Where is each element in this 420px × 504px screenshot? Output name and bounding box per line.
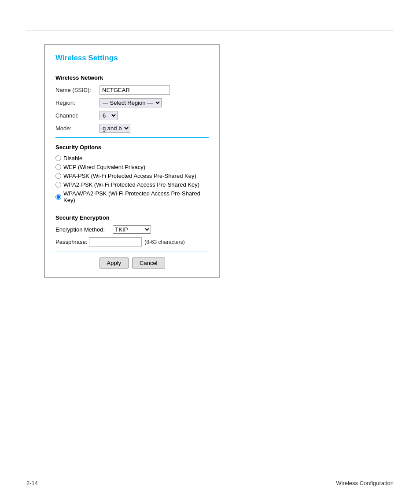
passphrase-input[interactable] [89, 237, 142, 246]
radio-disable[interactable] [55, 155, 61, 161]
apply-button[interactable]: Apply [99, 258, 129, 269]
enc-method-row: Encryption Method: TKIP AES TKIP+AES [55, 225, 209, 234]
radio-wpa-wpa2-psk-row: WPA/WPA2-PSK (Wi-Fi Protected Access Pre… [55, 190, 209, 203]
divider-3 [55, 208, 209, 208]
passphrase-row: Passphrase: (8-63 characters) [55, 237, 209, 246]
enc-method-label: Encryption Method: [55, 226, 113, 233]
region-row: Region: — Select Region — United States … [55, 98, 209, 107]
security-options-group: Disable WEP (Wired Equivalent Privacy) W… [55, 155, 209, 203]
radio-wpa-wpa2-psk[interactable] [55, 194, 61, 200]
page-label: Wireless Configuration [336, 480, 394, 486]
passphrase-label: Passphrase: [55, 239, 87, 245]
ssid-input[interactable] [99, 85, 170, 95]
channel-label: Channel: [55, 112, 99, 119]
radio-disable-label: Disable [63, 155, 82, 162]
radio-wpa-psk-row: WPA-PSK (Wi-Fi Protected Access Pre-Shar… [55, 173, 209, 179]
passphrase-hint: (8-63 characters) [144, 239, 184, 245]
page-number: 2-14 [26, 480, 38, 486]
panel-title: Wireless Settings [55, 54, 209, 63]
region-select[interactable]: — Select Region — United States Europe A… [99, 98, 162, 107]
mode-select[interactable]: g and b g only b only [99, 124, 130, 133]
mode-row: Mode: g and b g only b only [55, 124, 209, 133]
radio-wpa2-psk-row: WPA2-PSK (Wi-Fi Protected Access Pre-Sha… [55, 181, 209, 188]
radio-wep-row: WEP (Wired Equivalent Privacy) [55, 164, 209, 170]
mode-label: Mode: [55, 125, 99, 132]
divider-2 [55, 137, 209, 138]
main-content: Wireless Settings Wireless Network Name … [44, 44, 220, 278]
divider-1 [55, 68, 209, 68]
wireless-network-label: Wireless Network [55, 74, 209, 81]
radio-wep-label: WEP (Wired Equivalent Privacy) [63, 164, 145, 170]
region-label: Region: [55, 99, 99, 106]
channel-select[interactable]: 1234 5678 91011 [99, 111, 118, 120]
security-options-label: Security Options [55, 144, 209, 151]
radio-wpa-wpa2-psk-label: WPA/WPA2-PSK (Wi-Fi Protected Access Pre… [63, 190, 209, 203]
cancel-button[interactable]: Cancel [132, 258, 165, 269]
radio-wep[interactable] [55, 164, 61, 170]
radio-wpa2-psk[interactable] [55, 182, 61, 188]
radio-wpa-psk-label: WPA-PSK (Wi-Fi Protected Access Pre-Shar… [63, 173, 196, 179]
wireless-settings-panel: Wireless Settings Wireless Network Name … [44, 44, 220, 278]
button-row: Apply Cancel [55, 258, 209, 269]
name-label: Name (SSID): [55, 87, 99, 93]
radio-wpa2-psk-label: WPA2-PSK (Wi-Fi Protected Access Pre-Sha… [63, 181, 199, 188]
radio-wpa-psk[interactable] [55, 173, 61, 179]
footer: 2-14 Wireless Configuration [26, 480, 394, 486]
enc-method-select[interactable]: TKIP AES TKIP+AES [113, 225, 151, 234]
name-row: Name (SSID): [55, 85, 209, 95]
security-encryption-label: Security Encryption [55, 214, 209, 221]
channel-row: Channel: 1234 5678 91011 [55, 111, 209, 120]
divider-4 [55, 251, 209, 251]
top-divider [26, 30, 394, 30]
radio-disable-row: Disable [55, 155, 209, 162]
